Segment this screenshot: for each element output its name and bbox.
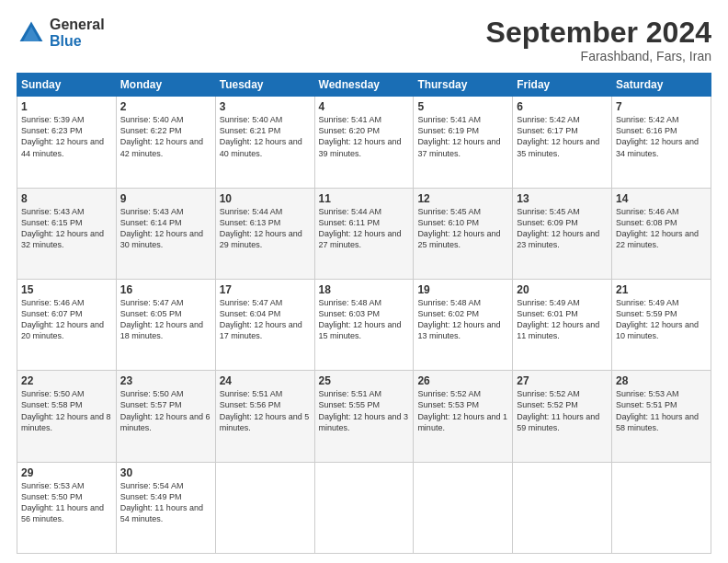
day-number: 10 (220, 192, 311, 205)
calendar-cell: 13Sunrise: 5:45 AMSunset: 6:09 PMDayligh… (513, 188, 612, 279)
header: General Blue September 2024 Farashband, … (17, 17, 711, 63)
day-number: 16 (120, 283, 211, 296)
calendar-cell (314, 462, 414, 553)
day-number: 11 (319, 192, 410, 205)
calendar-cell: 9Sunrise: 5:43 AMSunset: 6:14 PMDaylight… (116, 188, 215, 279)
page: General Blue September 2024 Farashband, … (0, 0, 728, 563)
day-info: Sunrise: 5:39 AMSunset: 6:23 PMDaylight:… (21, 115, 104, 157)
calendar-cell: 10Sunrise: 5:44 AMSunset: 6:13 PMDayligh… (215, 188, 314, 279)
day-info: Sunrise: 5:47 AMSunset: 6:04 PMDaylight:… (220, 298, 302, 340)
logo: General Blue (17, 17, 105, 49)
day-info: Sunrise: 5:54 AMSunset: 5:49 PMDaylight:… (120, 481, 203, 523)
day-info: Sunrise: 5:43 AMSunset: 6:15 PMDaylight:… (21, 207, 104, 249)
day-number: 30 (120, 466, 211, 479)
calendar-cell: 25Sunrise: 5:51 AMSunset: 5:55 PMDayligh… (314, 371, 414, 462)
day-info: Sunrise: 5:51 AMSunset: 5:55 PMDaylight:… (319, 389, 409, 431)
day-info: Sunrise: 5:53 AMSunset: 5:51 PMDaylight:… (616, 389, 699, 431)
day-number: 19 (417, 283, 508, 296)
logo-general: General (50, 17, 105, 33)
day-header: Sunday (17, 74, 117, 97)
day-header: Thursday (414, 74, 513, 97)
calendar-cell: 7Sunrise: 5:42 AMSunset: 6:16 PMDaylight… (612, 97, 711, 188)
day-info: Sunrise: 5:46 AMSunset: 6:08 PMDaylight:… (616, 207, 699, 249)
logo-text: General Blue (50, 17, 105, 49)
day-info: Sunrise: 5:45 AMSunset: 6:09 PMDaylight:… (517, 207, 599, 249)
calendar-cell (215, 462, 314, 553)
day-info: Sunrise: 5:40 AMSunset: 6:21 PMDaylight:… (220, 115, 302, 157)
day-number: 26 (417, 374, 508, 387)
day-info: Sunrise: 5:44 AMSunset: 6:11 PMDaylight:… (319, 207, 402, 249)
calendar-cell: 20Sunrise: 5:49 AMSunset: 6:01 PMDayligh… (513, 279, 612, 370)
day-number: 29 (21, 466, 112, 479)
day-info: Sunrise: 5:49 AMSunset: 5:59 PMDaylight:… (616, 298, 699, 340)
day-number: 2 (120, 100, 211, 113)
day-info: Sunrise: 5:44 AMSunset: 6:13 PMDaylight:… (220, 207, 302, 249)
day-number: 23 (120, 374, 211, 387)
calendar-cell (513, 462, 612, 553)
calendar-cell: 23Sunrise: 5:50 AMSunset: 5:57 PMDayligh… (116, 371, 215, 462)
calendar-cell: 3Sunrise: 5:40 AMSunset: 6:21 PMDaylight… (215, 97, 314, 188)
day-info: Sunrise: 5:50 AMSunset: 5:57 PMDaylight:… (120, 389, 210, 431)
day-number: 28 (616, 374, 707, 387)
location: Farashband, Fars, Iran (486, 49, 711, 63)
day-info: Sunrise: 5:45 AMSunset: 6:10 PMDaylight:… (417, 207, 500, 249)
day-info: Sunrise: 5:48 AMSunset: 6:02 PMDaylight:… (417, 298, 500, 340)
calendar-cell: 29Sunrise: 5:53 AMSunset: 5:50 PMDayligh… (17, 462, 117, 553)
calendar-cell: 16Sunrise: 5:47 AMSunset: 6:05 PMDayligh… (116, 279, 215, 370)
calendar-cell: 11Sunrise: 5:44 AMSunset: 6:11 PMDayligh… (314, 188, 414, 279)
month-title: September 2024 (486, 17, 711, 49)
calendar-cell: 18Sunrise: 5:48 AMSunset: 6:03 PMDayligh… (314, 279, 414, 370)
calendar-cell: 26Sunrise: 5:52 AMSunset: 5:53 PMDayligh… (414, 371, 513, 462)
calendar-cell: 17Sunrise: 5:47 AMSunset: 6:04 PMDayligh… (215, 279, 314, 370)
day-header: Wednesday (314, 74, 414, 97)
day-number: 17 (220, 283, 311, 296)
calendar-cell: 24Sunrise: 5:51 AMSunset: 5:56 PMDayligh… (215, 371, 314, 462)
day-number: 5 (417, 100, 508, 113)
day-info: Sunrise: 5:42 AMSunset: 6:16 PMDaylight:… (616, 115, 699, 157)
day-info: Sunrise: 5:49 AMSunset: 6:01 PMDaylight:… (517, 298, 599, 340)
day-header: Friday (513, 74, 612, 97)
day-number: 25 (319, 374, 410, 387)
day-info: Sunrise: 5:52 AMSunset: 5:53 PMDaylight:… (417, 389, 507, 431)
day-number: 6 (517, 100, 608, 113)
day-info: Sunrise: 5:46 AMSunset: 6:07 PMDaylight:… (21, 298, 104, 340)
calendar-cell: 28Sunrise: 5:53 AMSunset: 5:51 PMDayligh… (612, 371, 711, 462)
calendar-cell: 30Sunrise: 5:54 AMSunset: 5:49 PMDayligh… (116, 462, 215, 553)
day-number: 14 (616, 192, 707, 205)
day-number: 20 (517, 283, 608, 296)
calendar-cell: 21Sunrise: 5:49 AMSunset: 5:59 PMDayligh… (612, 279, 711, 370)
day-header: Monday (116, 74, 215, 97)
calendar-cell (414, 462, 513, 553)
day-number: 12 (417, 192, 508, 205)
calendar-cell: 14Sunrise: 5:46 AMSunset: 6:08 PMDayligh… (612, 188, 711, 279)
logo-blue: Blue (50, 33, 105, 50)
day-header: Saturday (612, 74, 711, 97)
day-info: Sunrise: 5:50 AMSunset: 5:58 PMDaylight:… (21, 389, 111, 431)
day-info: Sunrise: 5:51 AMSunset: 5:56 PMDaylight:… (220, 389, 310, 431)
day-info: Sunrise: 5:41 AMSunset: 6:19 PMDaylight:… (417, 115, 500, 157)
day-number: 27 (517, 374, 608, 387)
calendar-cell: 27Sunrise: 5:52 AMSunset: 5:52 PMDayligh… (513, 371, 612, 462)
day-info: Sunrise: 5:43 AMSunset: 6:14 PMDaylight:… (120, 207, 203, 249)
day-number: 24 (220, 374, 311, 387)
day-number: 3 (220, 100, 311, 113)
day-info: Sunrise: 5:52 AMSunset: 5:52 PMDaylight:… (517, 389, 599, 431)
day-number: 22 (21, 374, 112, 387)
day-info: Sunrise: 5:40 AMSunset: 6:22 PMDaylight:… (120, 115, 203, 157)
calendar-cell: 12Sunrise: 5:45 AMSunset: 6:10 PMDayligh… (414, 188, 513, 279)
calendar-cell: 5Sunrise: 5:41 AMSunset: 6:19 PMDaylight… (414, 97, 513, 188)
calendar-cell: 4Sunrise: 5:41 AMSunset: 6:20 PMDaylight… (314, 97, 414, 188)
day-number: 18 (319, 283, 410, 296)
calendar-cell: 19Sunrise: 5:48 AMSunset: 6:02 PMDayligh… (414, 279, 513, 370)
calendar-cell: 22Sunrise: 5:50 AMSunset: 5:58 PMDayligh… (17, 371, 117, 462)
day-number: 13 (517, 192, 608, 205)
calendar-cell: 8Sunrise: 5:43 AMSunset: 6:15 PMDaylight… (17, 188, 117, 279)
day-number: 1 (21, 100, 112, 113)
day-info: Sunrise: 5:48 AMSunset: 6:03 PMDaylight:… (319, 298, 402, 340)
day-info: Sunrise: 5:53 AMSunset: 5:50 PMDaylight:… (21, 481, 104, 523)
logo-icon (17, 18, 46, 48)
title-block: September 2024 Farashband, Fars, Iran (486, 17, 711, 63)
calendar-cell: 6Sunrise: 5:42 AMSunset: 6:17 PMDaylight… (513, 97, 612, 188)
calendar-table: SundayMondayTuesdayWednesdayThursdayFrid… (17, 73, 711, 554)
calendar-cell (612, 462, 711, 553)
